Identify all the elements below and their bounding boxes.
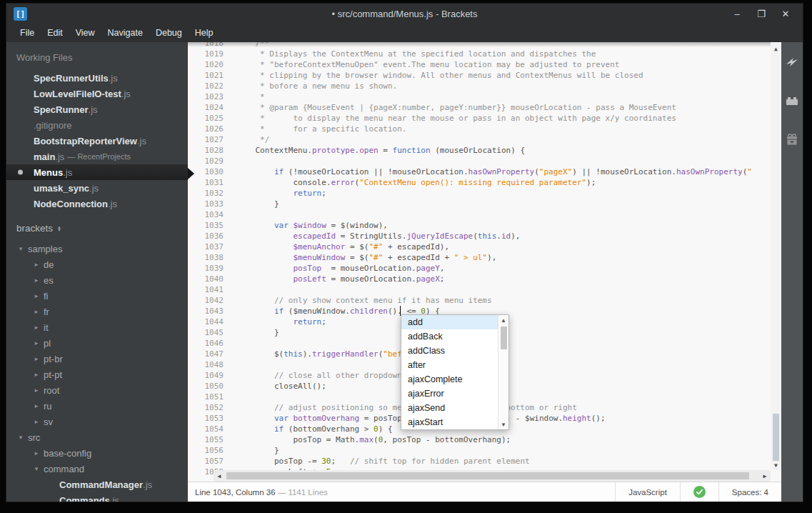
minimize-button[interactable]: – xyxy=(727,6,747,21)
menu-navigate[interactable]: Navigate xyxy=(101,25,149,41)
line-number: 1047 xyxy=(188,349,224,359)
code-line-text: if (!mouseOrLocation || !mouseOrLocation… xyxy=(224,166,752,177)
folder-closed-icon: ▸ xyxy=(32,308,41,315)
folder-closed-icon: ▸ xyxy=(32,339,41,347)
code-line-text: if (bottomOverhang > 0) { xyxy=(224,424,393,434)
vertical-scroll-thumb[interactable] xyxy=(773,414,779,461)
hint-scroll-down-icon[interactable]: ▼ xyxy=(501,419,506,429)
hint-item[interactable]: after xyxy=(401,358,498,372)
code-line: 1021 * clipping by the browser window. A… xyxy=(188,70,781,81)
horizontal-scroll-thumb[interactable] xyxy=(226,472,749,479)
working-file-item[interactable]: SpecRunner.js xyxy=(6,101,188,117)
code-line-text xyxy=(224,338,236,349)
indent-setting[interactable]: Spaces: 4 xyxy=(718,482,781,502)
working-file-item[interactable]: main.js— RecentProjects xyxy=(6,149,188,164)
tree-item-fi[interactable]: ▸fi xyxy=(6,288,188,304)
sidebar: Working Files SpecRunnerUtils.jsLowLevel… xyxy=(6,42,188,502)
tree-item-de[interactable]: ▸de xyxy=(6,256,188,272)
lint-ok-icon xyxy=(693,486,706,498)
close-button[interactable]: ✕ xyxy=(776,6,796,21)
hint-scroll-thumb[interactable] xyxy=(501,327,507,349)
menu-help[interactable]: Help xyxy=(189,25,220,41)
code-line-text: * @param {MouseEvent | {pageX:number, pa… xyxy=(224,102,676,113)
hint-item[interactable]: addBack xyxy=(401,329,498,344)
project-dropdown[interactable]: brackets ▲▼ xyxy=(6,219,188,238)
extension-manager-icon[interactable] xyxy=(785,94,799,108)
menu-edit[interactable]: Edit xyxy=(41,25,69,41)
scroll-up-icon[interactable]: ▲ xyxy=(771,44,781,54)
editor-vertical-scrollbar[interactable]: ▲ ▼ xyxy=(771,42,781,470)
working-file-item[interactable]: .gitignore xyxy=(6,117,188,133)
scroll-down-icon[interactable]: ▼ xyxy=(771,460,781,470)
code-line-text: // only show context menu if it has menu… xyxy=(224,295,492,306)
folder-name: es xyxy=(44,275,54,286)
code-hint-list: addaddBackaddClassafterajaxCompleteajaxE… xyxy=(401,315,498,429)
tree-item-commandmanager[interactable]: CommandManager.js xyxy=(6,477,188,492)
language-indicator[interactable]: JavaScript xyxy=(615,482,680,502)
code-line: 1028 ContextMenu.prototype.open = functi… xyxy=(188,145,781,156)
tree-item-it[interactable]: ▸it xyxy=(6,319,188,335)
working-file-item[interactable]: LowLevelFileIO-test.js xyxy=(6,86,188,101)
folder-closed-icon: ▸ xyxy=(32,261,41,268)
working-file-item[interactable]: Menus.js xyxy=(6,164,188,180)
scroll-left-icon[interactable]: ◀ xyxy=(214,470,225,482)
working-file-item[interactable]: BootstrapReporterView.js xyxy=(6,133,188,149)
line-number: 1024 xyxy=(188,102,224,113)
tree-item-es[interactable]: ▸es xyxy=(6,272,188,288)
code-line-text xyxy=(224,359,236,370)
code-line: 1034 xyxy=(188,209,781,220)
maximize-button[interactable]: ❐ xyxy=(751,6,771,21)
tree-item-src[interactable]: ▾src xyxy=(6,429,188,445)
code-line-text: escapedId = StringUtils.jQueryIdEscape(t… xyxy=(224,231,520,241)
folder-name: command xyxy=(44,464,84,474)
hint-item[interactable]: ajaxSend xyxy=(401,401,498,415)
live-preview-icon[interactable] xyxy=(785,55,799,69)
hint-item[interactable]: ajaxStart xyxy=(401,415,498,429)
menu-view[interactable]: View xyxy=(69,25,101,41)
hint-item[interactable]: add xyxy=(401,315,498,329)
tree-item-root[interactable]: ▸root xyxy=(6,382,188,398)
menu-debug[interactable]: Debug xyxy=(149,25,189,41)
file-name: CommandManager xyxy=(59,479,143,490)
editor-column: 1018 /**1019 * Displays the ContextMenu … xyxy=(188,42,781,502)
code-line-text: } xyxy=(224,445,279,456)
tree-item-samples[interactable]: ▾samples xyxy=(6,241,188,256)
line-number: 1056 xyxy=(188,445,224,456)
hint-scrollbar[interactable]: ▲ ▼ xyxy=(498,315,508,429)
extension-updates-icon[interactable] xyxy=(785,132,799,146)
code-editor[interactable]: 1018 /**1019 * Displays the ContextMenu … xyxy=(188,42,781,482)
tree-item-pt-br[interactable]: ▸pt-br xyxy=(6,351,188,367)
code-line-text: $menuWindow = $("#" + escapedId + " > ul… xyxy=(224,252,496,263)
code-line: 1032 return; xyxy=(188,188,781,199)
working-file-item[interactable]: SpecRunnerUtils.js xyxy=(6,70,188,86)
code-line: 1057 posTop -= 30; // shift top for hidd… xyxy=(188,456,781,467)
tree-item-commands[interactable]: Commands.js xyxy=(6,492,188,502)
lint-status[interactable] xyxy=(680,482,718,502)
hint-item[interactable]: addClass xyxy=(401,344,498,358)
code-line-text: * Displays the ContextMenu at the specif… xyxy=(224,49,596,59)
hint-item[interactable]: ajaxError xyxy=(401,387,498,401)
working-file-item[interactable]: umask_sync.js xyxy=(6,180,188,196)
code-line-text: console.error("ContextMenu open(): missi… xyxy=(224,177,596,188)
line-number: 1029 xyxy=(188,156,224,166)
hint-scroll-up-icon[interactable]: ▲ xyxy=(501,315,506,325)
tree-item-command[interactable]: ▾command xyxy=(6,461,188,477)
tree-item-sv[interactable]: ▸sv xyxy=(6,414,188,429)
hint-item[interactable]: ajaxComplete xyxy=(401,372,498,387)
menu-file[interactable]: File xyxy=(14,25,41,41)
editor-horizontal-scrollbar[interactable]: ◀ ▶ xyxy=(214,470,771,482)
tree-item-base-config[interactable]: ▸base-config xyxy=(6,445,188,461)
tree-item-fr[interactable]: ▸fr xyxy=(6,304,188,319)
tree-item-ru[interactable]: ▸ru xyxy=(6,398,188,414)
file-extension: .js xyxy=(108,199,117,209)
folder-name: fi xyxy=(44,291,49,302)
folder-closed-icon: ▸ xyxy=(32,324,41,331)
file-extension: .js xyxy=(63,167,72,178)
code-line: 1042 // only show context menu if it has… xyxy=(188,295,781,306)
tree-item-pl[interactable]: ▸pl xyxy=(6,335,188,351)
working-file-item[interactable]: NodeConnection.js xyxy=(6,196,188,211)
status-bar: Line 1043, Column 36 — 1141 Lines JavaSc… xyxy=(188,482,781,502)
tree-item-pt-pt[interactable]: ▸pt-pt xyxy=(6,367,188,382)
scroll-right-icon[interactable]: ▶ xyxy=(759,470,771,482)
working-files-header: Working Files xyxy=(6,48,188,70)
